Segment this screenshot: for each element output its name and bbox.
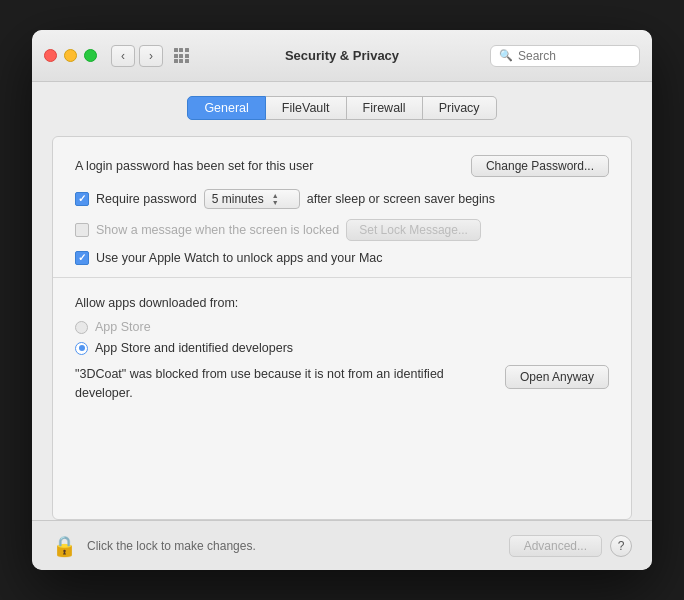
apple-watch-row: Use your Apple Watch to unlock apps and …: [75, 251, 609, 265]
panel-bottom: Allow apps downloaded from: App Store Ap…: [53, 278, 631, 519]
dropdown-value: 5 minutes: [212, 192, 264, 206]
app-store-identified-radio-row: App Store and identified developers: [75, 341, 609, 355]
require-password-label: Require password: [96, 192, 197, 206]
open-anyway-button[interactable]: Open Anyway: [505, 365, 609, 389]
close-button[interactable]: [44, 49, 57, 62]
tab-filevault[interactable]: FileVault: [266, 96, 347, 120]
titlebar: ‹ › Security & Privacy 🔍: [32, 30, 652, 82]
main-window: ‹ › Security & Privacy 🔍 General FileVau…: [32, 30, 652, 570]
footer: 🔒 Click the lock to make changes. Advanc…: [32, 520, 652, 570]
app-store-identified-label: App Store and identified developers: [95, 341, 293, 355]
search-icon: 🔍: [499, 49, 513, 62]
blocked-app-text: "3DCoat" was blocked from use because it…: [75, 365, 495, 403]
app-store-radio[interactable]: [75, 321, 88, 334]
window-title: Security & Privacy: [285, 48, 399, 63]
set-lock-message-button: Set Lock Message...: [346, 219, 481, 241]
lock-message-checkbox[interactable]: [75, 223, 89, 237]
search-input[interactable]: [518, 49, 631, 63]
forward-button[interactable]: ›: [139, 45, 163, 67]
login-password-text: A login password has been set for this u…: [75, 159, 313, 173]
tab-general[interactable]: General: [187, 96, 265, 120]
apple-watch-checkbox[interactable]: [75, 251, 89, 265]
tab-privacy[interactable]: Privacy: [423, 96, 497, 120]
grid-button[interactable]: [169, 45, 193, 67]
back-button[interactable]: ‹: [111, 45, 135, 67]
lock-icon: 🔒: [52, 534, 77, 558]
help-button[interactable]: ?: [610, 535, 632, 557]
app-store-radio-row: App Store: [75, 320, 609, 334]
login-password-row: A login password has been set for this u…: [75, 155, 609, 177]
require-password-row: Require password 5 minutes ▲ ▼ after sle…: [75, 189, 609, 209]
nav-buttons: ‹ ›: [111, 45, 163, 67]
tab-firewall[interactable]: Firewall: [347, 96, 423, 120]
blocked-app-row: "3DCoat" was blocked from use because it…: [75, 365, 609, 403]
app-store-identified-radio[interactable]: [75, 342, 88, 355]
maximize-button[interactable]: [84, 49, 97, 62]
panel-top: A login password has been set for this u…: [53, 137, 631, 278]
lock-message-label: Show a message when the screen is locked: [96, 223, 339, 237]
lock-message-row: Show a message when the screen is locked…: [75, 219, 609, 241]
change-password-button[interactable]: Change Password...: [471, 155, 609, 177]
advanced-button: Advanced...: [509, 535, 602, 557]
password-timeout-dropdown[interactable]: 5 minutes ▲ ▼: [204, 189, 300, 209]
minimize-button[interactable]: [64, 49, 77, 62]
traffic-lights: [44, 49, 97, 62]
click-lock-text: Click the lock to make changes.: [87, 539, 509, 553]
search-box[interactable]: 🔍: [490, 45, 640, 67]
settings-panel: A login password has been set for this u…: [52, 136, 632, 520]
tab-bar: General FileVault Firewall Privacy: [52, 96, 632, 120]
require-password-checkbox[interactable]: [75, 192, 89, 206]
dropdown-arrows: ▲ ▼: [272, 192, 279, 206]
grid-icon: [174, 48, 189, 63]
app-store-label: App Store: [95, 320, 151, 334]
allow-apps-label: Allow apps downloaded from:: [75, 296, 609, 310]
apple-watch-label: Use your Apple Watch to unlock apps and …: [96, 251, 383, 265]
after-sleep-label: after sleep or screen saver begins: [307, 192, 495, 206]
content-area: General FileVault Firewall Privacy A log…: [32, 82, 652, 520]
